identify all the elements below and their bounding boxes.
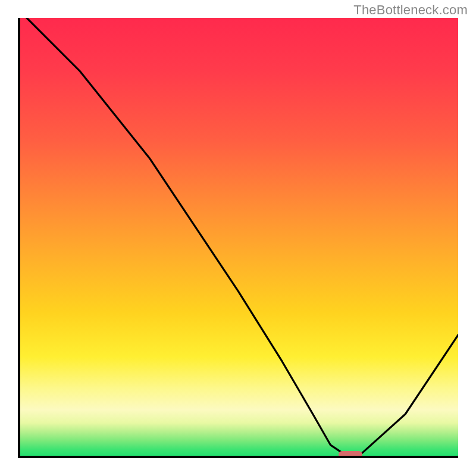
watermark-text: TheBottleneck.com bbox=[353, 2, 468, 18]
x-axis-line bbox=[18, 456, 458, 458]
y-axis-line bbox=[18, 18, 20, 458]
plot-area bbox=[18, 18, 458, 458]
bottleneck-chart: TheBottleneck.com bbox=[0, 0, 476, 476]
